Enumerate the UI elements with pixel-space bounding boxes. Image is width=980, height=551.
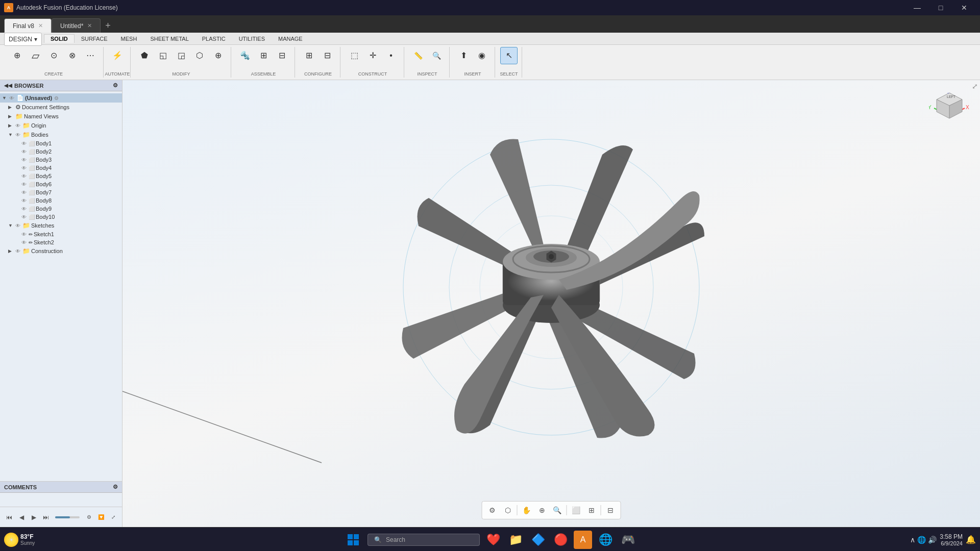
tree-item-construction[interactable]: ▶ 👁 📁 Construction bbox=[0, 246, 122, 256]
tree-item-bodies[interactable]: ▼ 👁 📁 Bodies bbox=[0, 130, 122, 139]
timeline-settings-button[interactable]: ⚙ bbox=[84, 512, 94, 522]
create-revolve-button[interactable]: ⊙ bbox=[45, 47, 62, 64]
inspect-section-button[interactable]: 🔍 bbox=[428, 47, 445, 64]
tab-final-v8[interactable]: Final v8 ✕ bbox=[4, 18, 52, 33]
taskbar-red-icon[interactable]: 🔴 bbox=[551, 531, 570, 549]
construct-plane-button[interactable]: ⬚ bbox=[346, 47, 363, 64]
tab-mesh[interactable]: MESH bbox=[114, 34, 144, 43]
tab-surface[interactable]: SURFACE bbox=[75, 34, 114, 43]
comments-header[interactable]: COMMENTS ⚙ bbox=[0, 482, 122, 493]
timeline-first-button[interactable]: ⏮ bbox=[4, 512, 14, 522]
minimize-button[interactable]: — bbox=[905, 0, 929, 15]
taskbar-search[interactable]: 🔍 bbox=[368, 534, 480, 546]
construct-axis-button[interactable]: ✛ bbox=[364, 47, 381, 64]
system-tray[interactable]: ∧ 🌐 🔊 bbox=[910, 536, 937, 544]
tree-item-document-settings[interactable]: ▶ ⚙ Document Settings bbox=[0, 103, 122, 112]
browser-settings-icon[interactable]: ⚙ bbox=[113, 82, 118, 89]
create-new-component-button[interactable]: ⊕ bbox=[8, 47, 26, 64]
tab-untitled[interactable]: Untitled* ✕ bbox=[52, 18, 101, 33]
maximize-button[interactable]: □ bbox=[929, 0, 952, 15]
insert-decal-button[interactable]: ◉ bbox=[473, 47, 491, 64]
tree-item-body6[interactable]: 👁 ⬜ Body6 bbox=[0, 180, 122, 188]
taskbar-search-input[interactable] bbox=[386, 536, 457, 543]
clock[interactable]: 3:58 PM 6/9/2024 bbox=[940, 533, 963, 546]
assemble-more-button[interactable]: ⊟ bbox=[273, 47, 290, 64]
tree-item-body4[interactable]: 👁 ⬜ Body4 bbox=[0, 164, 122, 172]
viewport-expand-button[interactable]: ⤢ bbox=[972, 82, 978, 90]
tree-item-sketches[interactable]: ▼ 👁 📁 Sketches bbox=[0, 221, 122, 230]
tab-manage[interactable]: MANAGE bbox=[272, 34, 309, 43]
modify-chamfer-button[interactable]: ◲ bbox=[173, 47, 190, 64]
design-dropdown[interactable]: DESIGN ▾ bbox=[4, 33, 42, 46]
timeline-expand-button[interactable]: ⤢ bbox=[108, 512, 118, 522]
taskbar-fusion-icon[interactable]: A bbox=[574, 531, 592, 549]
taskbar-steam-icon[interactable]: 🎮 bbox=[619, 531, 637, 549]
configure-rules-button[interactable]: ⊟ bbox=[318, 47, 336, 64]
select-button[interactable]: ↖ bbox=[500, 47, 518, 64]
timeline-next-button[interactable]: ⏭ bbox=[41, 512, 51, 522]
view-magnify-button[interactable]: 🔍 bbox=[550, 503, 565, 517]
viewport[interactable]: X Y Z LEFT ⚙ ⬡ ✋ ⊕ 🔍 ⬜ bbox=[122, 80, 980, 527]
tree-item-body2[interactable]: 👁 ⬜ Body2 bbox=[0, 147, 122, 156]
view-grid-button[interactable]: ⊞ bbox=[584, 503, 599, 517]
tray-volume-icon[interactable]: 🔊 bbox=[928, 536, 937, 544]
insert-button[interactable]: ⬆ bbox=[455, 47, 472, 64]
create-hole-button[interactable]: ⊗ bbox=[63, 47, 81, 64]
taskbar-explorer-icon[interactable]: 📁 bbox=[506, 531, 525, 549]
tree-item-body9[interactable]: 👁 ⬜ Body9 bbox=[0, 205, 122, 213]
tree-item-body1[interactable]: 👁 ⬜ Body1 bbox=[0, 139, 122, 147]
window-controls[interactable]: — □ ✕ bbox=[905, 0, 976, 15]
assemble-joint-button[interactable]: 🔩 bbox=[236, 47, 254, 64]
tree-item-body8[interactable]: 👁 ⬜ Body8 bbox=[0, 196, 122, 205]
view-cube[interactable]: X Y Z LEFT bbox=[929, 90, 970, 131]
tree-item-origin[interactable]: ▶ 👁 📁 Origin bbox=[0, 121, 122, 130]
automate-button[interactable]: ⚡ bbox=[109, 47, 126, 64]
browser-collapse-icon[interactable]: ◀◀ bbox=[4, 83, 12, 88]
tree-item-sketch2[interactable]: 👁 ✏ Sketch2 bbox=[0, 238, 122, 246]
inspect-measure-button[interactable]: 📏 bbox=[409, 47, 427, 64]
modify-press-pull-button[interactable]: ⬟ bbox=[136, 47, 153, 64]
tree-item-body7[interactable]: 👁 ⬜ Body7 bbox=[0, 188, 122, 196]
taskbar-chrome-icon[interactable]: 🌐 bbox=[596, 531, 615, 549]
taskbar-heart-icon[interactable]: ❤️ bbox=[484, 531, 502, 549]
weather-widget[interactable]: ☀ 83°F Sunny bbox=[4, 533, 35, 547]
tray-network-icon[interactable]: 🌐 bbox=[917, 536, 926, 544]
comments-settings-icon[interactable]: ⚙ bbox=[113, 484, 118, 490]
view-pan-button[interactable]: ✋ bbox=[520, 503, 534, 517]
view-zoom-button[interactable]: ⊕ bbox=[535, 503, 549, 517]
configure-params-button[interactable]: ⊞ bbox=[300, 47, 317, 64]
tree-item-body3[interactable]: 👁 ⬜ Body3 bbox=[0, 156, 122, 164]
tab-utilities[interactable]: UTILITIES bbox=[232, 34, 272, 43]
view-more-button[interactable]: ⊟ bbox=[603, 503, 618, 517]
tree-item-unsaved[interactable]: ▼ 👁 📄 (Unsaved) ⚙ bbox=[0, 93, 122, 103]
view-toolbar: ⚙ ⬡ ✋ ⊕ 🔍 ⬜ ⊞ ⊟ bbox=[482, 501, 621, 519]
notification-bell-icon[interactable]: 🔔 bbox=[966, 535, 976, 544]
tree-item-named-views[interactable]: ▶ 📁 Named Views bbox=[0, 112, 122, 121]
create-more-button[interactable]: ⋯ bbox=[82, 47, 99, 64]
view-display-settings-button[interactable]: ⚙ bbox=[485, 503, 500, 517]
tray-arrow-icon[interactable]: ∧ bbox=[910, 536, 915, 544]
new-tab-button[interactable]: + bbox=[101, 18, 115, 33]
assemble-built-button[interactable]: ⊞ bbox=[255, 47, 272, 64]
modify-shell-button[interactable]: ⬡ bbox=[191, 47, 208, 64]
timeline-prev-button[interactable]: ◀ bbox=[16, 512, 27, 522]
close-button[interactable]: ✕ bbox=[952, 0, 976, 15]
tab-close-icon[interactable]: ✕ bbox=[87, 22, 92, 29]
tree-item-body5[interactable]: 👁 ⬜ Body5 bbox=[0, 172, 122, 180]
tree-item-sketch1[interactable]: 👁 ✏ Sketch1 bbox=[0, 230, 122, 238]
create-extrude-button[interactable]: ▱ bbox=[27, 47, 44, 64]
tab-close-icon[interactable]: ✕ bbox=[38, 22, 43, 29]
taskbar-vscode-icon[interactable]: 🔷 bbox=[529, 531, 547, 549]
modify-fillet-button[interactable]: ◱ bbox=[154, 47, 172, 64]
modify-more-button[interactable]: ⊕ bbox=[209, 47, 227, 64]
timeline-play-button[interactable]: ▶ bbox=[29, 512, 39, 522]
construct-point-button[interactable]: • bbox=[382, 47, 400, 64]
windows-button[interactable] bbox=[343, 530, 363, 550]
tab-solid[interactable]: SOLID bbox=[44, 34, 75, 43]
tree-item-body10[interactable]: 👁 ⬜ Body10 bbox=[0, 213, 122, 221]
tab-sheet-metal[interactable]: SHEET METAL bbox=[143, 34, 195, 43]
view-display-mode-button[interactable]: ⬜ bbox=[569, 503, 583, 517]
timeline-filter-button[interactable]: 🔽 bbox=[96, 512, 106, 522]
tab-plastic[interactable]: PLASTIC bbox=[195, 34, 232, 43]
view-joint-button[interactable]: ⬡ bbox=[501, 503, 515, 517]
